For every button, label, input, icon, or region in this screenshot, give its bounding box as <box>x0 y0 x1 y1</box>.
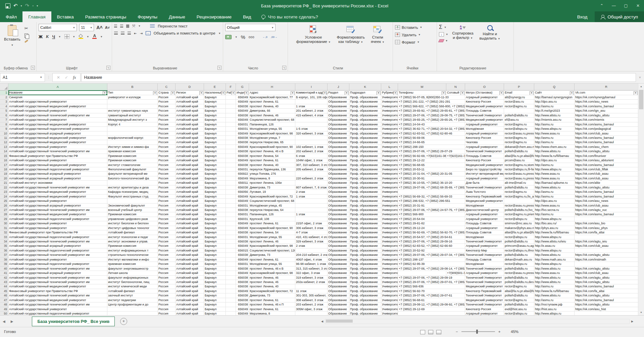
cell[interactable]: Проф. образование <box>349 307 381 312</box>
cell[interactable]: Алтайский край <box>176 312 204 315</box>
cell[interactable]: Университеты <box>381 302 398 307</box>
cell[interactable]: Алтайский государственный университет <box>8 158 107 163</box>
cell[interactable]: Алтайский государственный университет <box>8 221 107 226</box>
cell[interactable]: Проф. образование <box>349 131 381 136</box>
cell[interactable]: Алтайский государственный аграрный униве… <box>8 172 107 176</box>
cell[interactable] <box>226 298 236 302</box>
cell[interactable]: 202а кабинет, 2 этаж <box>295 280 328 284</box>
cell[interactable]: Проф. образование <box>349 158 381 163</box>
cell[interactable]: Барнаул <box>204 271 226 275</box>
cell[interactable] <box>295 140 328 145</box>
cell[interactable]: Проф. образование <box>349 127 381 131</box>
tab-home[interactable]: Главная <box>22 11 51 22</box>
cell[interactable] <box>226 212 236 217</box>
header-cell[interactable]: Сайт▼ <box>534 91 575 95</box>
row-header[interactable]: 24 <box>0 194 8 199</box>
fill-color-icon[interactable] <box>79 35 83 39</box>
cell[interactable]: Россия <box>158 276 176 280</box>
cell[interactable]: военный учебный центр <box>107 208 158 212</box>
row-header[interactable]: 9 <box>0 127 8 131</box>
cell[interactable]: Проф. образование <box>349 136 381 140</box>
cell[interactable]: Проф. образование <box>349 118 381 122</box>
cell[interactable] <box>226 248 236 253</box>
cell[interactable]: 656031 <box>236 127 249 131</box>
row-header[interactable]: 37 <box>0 253 8 257</box>
cell[interactable]: 656056 <box>236 190 249 194</box>
cell[interactable]: Университеты <box>381 235 398 239</box>
tab-formulas[interactable]: Формулы <box>132 11 163 22</box>
cell[interactable] <box>226 104 236 109</box>
row-header[interactable]: 3 <box>0 100 8 104</box>
cell[interactable]: 656049 <box>236 307 249 312</box>
cell[interactable]: +7 (3852) 29-07-06, +7 (3852) 29-08-14, … <box>398 267 465 271</box>
cell[interactable]: Образование <box>328 100 349 104</box>
cell[interactable] <box>504 109 534 113</box>
cell[interactable]: Барнаул <box>204 212 226 217</box>
cell[interactable]: Проф. образование <box>349 145 381 149</box>
format-as-table-button[interactable]: Форматироватькак таблицу ▼ <box>335 24 366 64</box>
cell[interactable]: Россия <box>158 122 176 127</box>
cell[interactable]: Алтайский государственный технический ун… <box>8 267 107 271</box>
cell[interactable]: http://dpo.asu.ru <box>534 158 575 163</box>
cell[interactable]: Центр профориентации и до <box>107 302 158 307</box>
cell[interactable]: Алтайский край <box>176 127 204 131</box>
cell[interactable]: Университеты <box>381 185 398 190</box>
cell[interactable]: 656038 <box>236 276 249 280</box>
cell[interactable]: Университеты <box>381 127 398 131</box>
cell[interactable]: 656038 <box>236 253 249 257</box>
cell[interactable] <box>107 181 158 185</box>
undo-icon[interactable]: ↶ <box>13 3 18 8</box>
cell[interactable] <box>226 226 236 230</box>
cell[interactable]: Россия <box>158 226 176 230</box>
cell[interactable] <box>226 163 236 167</box>
cell[interactable]: alt@synergy.ru <box>504 95 534 100</box>
cell[interactable]: Алтайский государственный технический ун… <box>8 302 107 307</box>
cell[interactable]: Образование <box>328 253 349 257</box>
cell[interactable]: Образование <box>328 289 349 293</box>
cell[interactable]: 201 кабинет, 2 этаж <box>295 109 328 113</box>
cell[interactable]: Мерзликина, 8 <box>249 176 295 181</box>
cell[interactable]: Алтайский край <box>176 113 204 118</box>
sort-filter-button[interactable]: АЯ Сортировкаи фильтр ▼ <box>450 24 475 64</box>
cell[interactable]: http://www.altspu.ru <box>534 235 575 239</box>
cell[interactable] <box>575 217 638 221</box>
fill-button[interactable]: ↓ ▼ <box>439 32 448 37</box>
cell[interactable]: приемная комиссия <box>107 262 158 266</box>
cell[interactable]: Диагностический центр <box>465 208 504 212</box>
cell[interactable]: Образование <box>328 271 349 275</box>
cell[interactable]: проспект Ленина, 46 <box>249 113 295 118</box>
cell[interactable]: http://www.altstu.ru/ieiu <box>534 239 575 244</box>
orientation-icon[interactable]: ⤧ <box>132 24 135 28</box>
cell[interactable] <box>226 244 236 248</box>
cell[interactable]: rector@asau.ru,press@asa <box>504 204 534 208</box>
cell[interactable]: https://vk.com/club_asau <box>575 176 638 181</box>
cell[interactable]: проспект Ленина, 106е <box>249 181 295 185</box>
maximize-icon[interactable]: ▢ <box>620 3 632 8</box>
cell[interactable]: Алтайский государственный технический ун… <box>8 149 107 154</box>
cell[interactable]: Россия <box>158 127 176 131</box>
cell[interactable]: https://vk.com/miemis <box>575 118 638 122</box>
cell[interactable]: институт экономики и управ. <box>107 239 158 244</box>
cell[interactable]: 656038 <box>236 298 249 302</box>
cell[interactable]: Университеты <box>381 145 398 149</box>
cell[interactable]: Алтайский край <box>176 248 204 253</box>
cell[interactable]: институт информационных т <box>107 248 158 253</box>
row-header[interactable]: 22 <box>0 185 8 190</box>
cell[interactable]: prcom@asu.ru <box>504 158 534 163</box>
cell[interactable]: Алтайский край <box>176 217 204 221</box>
cell[interactable]: Россия <box>158 154 176 158</box>
cell[interactable]: проспект Ленина, 46 к В <box>249 149 295 154</box>
cell[interactable]: 301-303, 305 кабинет, 3 эт <box>295 293 328 298</box>
cell[interactable]: Алтайский государственный технический ун… <box>8 293 107 298</box>
cell[interactable]: Алтайский край <box>176 190 204 194</box>
cell[interactable]: Льва Толстого <box>465 190 504 194</box>
cell[interactable]: Образование <box>328 158 349 163</box>
cell[interactable]: Барнаул <box>204 289 226 293</box>
cell[interactable]: Алтайский край <box>176 307 204 312</box>
cell[interactable]: http://asmu.ru <box>534 298 575 302</box>
cell[interactable]: Проф. образование <box>349 289 381 293</box>
cell[interactable]: http://www.altstu.ru <box>534 113 575 118</box>
cancel-entry-icon[interactable]: ✕ <box>57 75 60 80</box>
column-header-L[interactable]: L <box>381 83 398 90</box>
cell[interactable]: Россия <box>158 185 176 190</box>
